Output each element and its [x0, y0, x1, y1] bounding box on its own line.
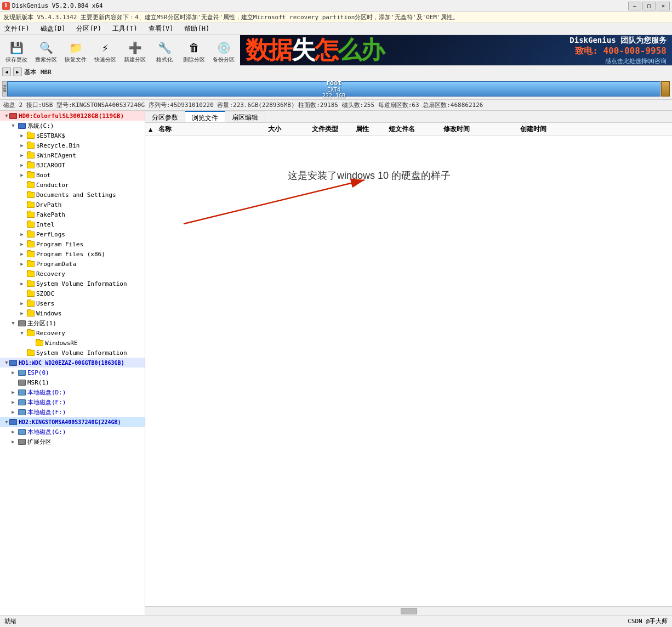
tab-browse[interactable]: 浏览文件 — [185, 111, 225, 122]
local-d-item[interactable]: ▶ 本地磁盘(D:) — [0, 387, 145, 397]
tab-sector[interactable]: 扇区编辑 — [225, 111, 265, 122]
drvpath-item[interactable]: DrvPath — [0, 200, 145, 210]
minimize-button[interactable]: — — [628, 2, 641, 10]
local-e-expand[interactable]: ▶ — [9, 398, 18, 406]
windows-item[interactable]: ▶ Windows — [0, 308, 145, 318]
sysvolinfo-expand[interactable]: ▶ — [18, 279, 26, 288]
main-part-expand[interactable]: ▼ — [9, 319, 18, 327]
boot-item[interactable]: ▶ Boot — [0, 170, 145, 180]
format-label: 格式化 — [156, 57, 173, 63]
ad-banner[interactable]: 数据 失 怎 么办 DiskGenius 团队为您服务 致电: 400-008-… — [240, 35, 672, 65]
estbaks-item[interactable]: ▶ $ESTBAK$ — [0, 131, 145, 140]
boot-expand[interactable]: ▶ — [18, 171, 26, 179]
horizontal-scrollbar[interactable] — [145, 606, 672, 615]
prev-disk-button[interactable]: ◀ — [2, 67, 11, 76]
c-expand[interactable]: ▼ — [9, 121, 18, 130]
perflogs-item[interactable]: ▶ PerfLogs — [0, 229, 145, 239]
local-f-expand[interactable]: ▶ — [9, 408, 18, 416]
menu-disk[interactable]: 磁盘(D) — [38, 24, 68, 34]
status-bar: 就绪 CSDN @手大师 — [0, 615, 672, 627]
window-controls[interactable]: — □ ✕ — [628, 2, 670, 10]
main-partition-bar[interactable]: root EXT4 222.1GB — [7, 81, 660, 97]
recovery-item[interactable]: Recovery — [0, 269, 145, 279]
esp-label: ESP(0) — [26, 369, 49, 376]
intel-item[interactable]: Intel — [0, 219, 145, 229]
next-disk-button[interactable]: ▶ — [13, 67, 22, 76]
menu-file[interactable]: 文件(F) — [2, 24, 32, 34]
perflogs-expand[interactable]: ▶ — [18, 230, 26, 239]
close-button[interactable]: ✕ — [657, 2, 670, 10]
delete-partition-button[interactable]: 🗑 删除分区 — [180, 37, 208, 64]
progfiles-expand[interactable]: ▶ — [18, 240, 26, 248]
search-partition-button[interactable]: 🔍 搜索分区 — [32, 37, 60, 64]
new-partition-button[interactable]: ➕ 新建分区 — [121, 37, 149, 64]
sysvolinfo2-item[interactable]: System Volume Information — [0, 348, 145, 358]
local-f-item[interactable]: ▶ 本地磁盘(F:) — [0, 407, 145, 417]
szodc-item[interactable]: SZODC — [0, 289, 145, 298]
col-short[interactable]: 短文件名 — [389, 125, 443, 134]
menu-tools[interactable]: 工具(T) — [110, 24, 140, 34]
winreagent-expand[interactable]: ▶ — [18, 151, 26, 160]
recovery2-item[interactable]: ▼ Recovery — [0, 328, 145, 338]
quick-partition-button[interactable]: ⚡ 快速分区 — [91, 37, 119, 64]
hd2-expand[interactable]: ▼ — [0, 417, 9, 426]
recycle-item[interactable]: ▶ $Recycle.Bin — [0, 140, 145, 150]
col-name[interactable]: 名称 — [158, 125, 268, 134]
fakepath-item[interactable]: FakePath — [0, 210, 145, 219]
windowsre-item[interactable]: WindowsRE — [0, 338, 145, 348]
progdata-expand[interactable]: ▶ — [18, 259, 26, 268]
col-created[interactable]: 创建时间 — [520, 125, 597, 134]
local-g-item[interactable]: ▶ 本地磁盘(G:) — [0, 427, 145, 437]
windows-expand[interactable]: ▶ — [18, 309, 26, 318]
recover-file-button[interactable]: 📁 恢复文件 — [61, 37, 90, 64]
extended-expand[interactable]: ▶ — [9, 437, 18, 446]
local-d-expand[interactable]: ▶ — [9, 388, 18, 397]
hd0-item[interactable]: ▼ HD0:ColorfulSL300128GB(119GB) — [0, 111, 145, 121]
tab-params[interactable]: 分区参数 — [145, 111, 185, 122]
esp-item[interactable]: ▶ ESP(0) — [0, 368, 145, 377]
local-e-item[interactable]: ▶ 本地磁盘(E:) — [0, 397, 145, 407]
progfiles-item[interactable]: ▶ Program Files — [0, 239, 145, 249]
users-item[interactable]: ▶ Users — [0, 298, 145, 308]
col-attr[interactable]: 属性 — [356, 125, 389, 134]
hd0-expand[interactable]: ▼ — [0, 111, 9, 120]
progdata-item[interactable]: ▶ ProgramData — [0, 259, 145, 269]
docssettings-item[interactable]: Documents and Settings — [0, 190, 145, 200]
sysvolinfo-item[interactable]: ▶ System Volume Information — [0, 279, 145, 289]
hd1-expand[interactable]: ▼ — [0, 358, 9, 367]
extended-item[interactable]: ▶ 扩展分区 — [0, 437, 145, 447]
conductor-item[interactable]: Conductor — [0, 180, 145, 190]
local-g-expand[interactable]: ▶ — [9, 427, 18, 436]
col-size[interactable]: 大小 — [268, 125, 312, 134]
ad-brand: DiskGenius 团队为您服务 — [570, 36, 667, 46]
maximize-button[interactable]: □ — [642, 2, 656, 10]
winreagent-item[interactable]: ▶ $WinREAgent — [0, 150, 145, 160]
main-part-item[interactable]: ▼ 主分区(1) — [0, 318, 145, 328]
hd2-item[interactable]: ▼ HD2:KINGSTOMSA400S37240G(224GB) — [0, 417, 145, 427]
sysvolinfo-label: System Volume Information — [35, 280, 127, 287]
recovery2-expand[interactable]: ▼ — [18, 329, 26, 337]
scroll-thumb[interactable] — [401, 608, 417, 614]
menu-help[interactable]: 帮助(H) — [182, 24, 212, 34]
new-label: 新建分区 — [124, 57, 146, 63]
esp-expand[interactable]: ▶ — [9, 368, 18, 377]
progfiles86-expand[interactable]: ▶ — [18, 250, 26, 258]
menu-view[interactable]: 查看(V) — [146, 24, 176, 34]
msr-item[interactable]: MSR(1) — [0, 377, 145, 387]
bjcaroot-expand[interactable]: ▶ — [18, 161, 26, 170]
bjcaroot-item[interactable]: ▶ BJCAROOT — [0, 160, 145, 170]
format-button[interactable]: 🔧 格式化 — [150, 37, 179, 64]
users-expand[interactable]: ▶ — [18, 299, 26, 308]
windows-icon — [26, 309, 35, 317]
col-type[interactable]: 文件类型 — [312, 125, 356, 134]
recycle-label: $Recycle.Bin — [35, 142, 79, 149]
hd1-item[interactable]: ▼ HD1:WDC WD20EZAZ-00GGTB0(1863GB) — [0, 358, 145, 368]
backup-button[interactable]: 💿 备份分区 — [209, 37, 238, 64]
menu-partition[interactable]: 分区(P) — [74, 24, 104, 34]
c-drive-item[interactable]: ▼ 系统(C:) — [0, 121, 145, 131]
col-modified[interactable]: 修改时间 — [443, 125, 520, 134]
recycle-expand[interactable]: ▶ — [18, 141, 26, 150]
save-button[interactable]: 💾 保存更改 — [2, 37, 31, 64]
estbaks-expand[interactable]: ▶ — [18, 131, 26, 140]
progfiles86-item[interactable]: ▶ Program Files (x86) — [0, 249, 145, 259]
